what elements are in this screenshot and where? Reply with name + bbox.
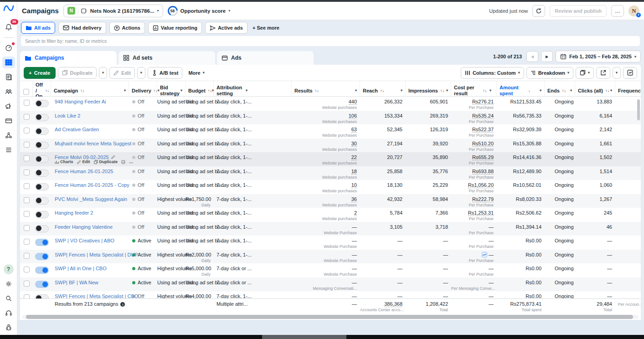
campaign-toggle[interactable] bbox=[35, 211, 49, 218]
campaign-toggle[interactable] bbox=[35, 294, 49, 298]
column-caret-icon[interactable]: ▾ bbox=[180, 88, 182, 92]
campaign-name-link[interactable]: Mujhaid molvi fence Meta Suggest bbox=[55, 141, 131, 146]
column-caret-icon[interactable]: ▾ bbox=[246, 88, 247, 92]
campaign-toggle[interactable] bbox=[35, 281, 49, 288]
refresh-button[interactable] bbox=[532, 5, 545, 17]
sort-icon[interactable]: ↑↓ bbox=[80, 88, 84, 93]
campaign-toggle[interactable] bbox=[35, 253, 49, 260]
advertising-megaphone-icon[interactable] bbox=[2, 100, 15, 112]
account-overview-gauge-icon[interactable] bbox=[2, 42, 15, 54]
row-checkbox[interactable] bbox=[24, 142, 30, 148]
more-button[interactable]: More ▾ bbox=[185, 67, 208, 79]
next-page-button[interactable]: ▶ bbox=[541, 51, 553, 62]
row-action-pixel[interactable] bbox=[121, 160, 125, 164]
campaign-toggle[interactable] bbox=[35, 267, 49, 274]
campaign-toggle[interactable] bbox=[35, 197, 49, 205]
row-checkbox[interactable] bbox=[24, 155, 30, 161]
row-checkbox[interactable] bbox=[24, 267, 30, 272]
row-checkbox[interactable] bbox=[24, 211, 30, 217]
reports-button[interactable]: ▾ bbox=[576, 67, 594, 79]
sort-icon[interactable]: ↑↓ bbox=[380, 88, 384, 93]
help-icon[interactable]: ? bbox=[2, 263, 15, 275]
campaign-name-link[interactable]: SWP | All in One | CBO bbox=[55, 266, 107, 271]
tab-ad-sets[interactable]: Ad sets bbox=[118, 51, 215, 65]
campaign-name-link[interactable]: Fence Human 26-01-2025 bbox=[55, 169, 113, 174]
row-action-edit[interactable]: Edit bbox=[77, 159, 90, 164]
filter-active-ads[interactable]: Active ads bbox=[205, 22, 247, 34]
column-caret-icon[interactable]: ▾ bbox=[610, 88, 612, 92]
info-icon[interactable]: i bbox=[120, 302, 125, 307]
campaign-toggle[interactable] bbox=[35, 170, 49, 177]
see-more-filters[interactable]: + See more bbox=[251, 25, 281, 31]
edit-pencil-icon[interactable] bbox=[111, 155, 115, 159]
meta-logo-icon[interactable] bbox=[3, 5, 14, 14]
campaign-toggle[interactable] bbox=[35, 100, 49, 107]
sort-icon[interactable]: ↓ bbox=[528, 88, 531, 93]
ad-account-selector[interactable]: N Nets Nook 2 (161795786... ▾ bbox=[63, 5, 163, 17]
campaign-toggle[interactable] bbox=[35, 128, 49, 135]
row-checkbox[interactable] bbox=[24, 197, 30, 203]
duplicate-dropdown-button[interactable]: ▾ bbox=[99, 67, 107, 79]
row-checkbox[interactable] bbox=[24, 225, 30, 231]
campaign-name-link[interactable]: SWP| BF | WA New bbox=[55, 280, 98, 285]
create-button[interactable]: + Create bbox=[24, 67, 56, 79]
more-options-button[interactable]: … bbox=[611, 5, 624, 17]
select-all-checkbox[interactable] bbox=[23, 89, 29, 95]
charts-panel-button[interactable] bbox=[623, 67, 637, 79]
column-caret-icon[interactable]: ▾ bbox=[355, 88, 357, 92]
row-action-duplicate[interactable]: Duplicate bbox=[94, 159, 118, 164]
campaign-name-link[interactable]: Feeder Hanging Valentine bbox=[55, 224, 113, 230]
column-caret-icon[interactable]: ▾ bbox=[570, 88, 572, 92]
column-caret-icon[interactable]: ▾ bbox=[124, 88, 126, 92]
campaign-toggle[interactable] bbox=[35, 114, 49, 121]
settings-gear-icon[interactable] bbox=[2, 278, 15, 290]
row-checkbox[interactable] bbox=[24, 114, 30, 120]
row-checkbox[interactable] bbox=[24, 253, 30, 259]
sort-icon[interactable]: ↑↓ bbox=[562, 88, 566, 93]
opportunity-score[interactable]: 58 Opportunity score ▾ bbox=[168, 6, 231, 16]
campaign-name-link[interactable]: Hanging feeder 2 bbox=[55, 210, 93, 216]
support-headset-icon[interactable] bbox=[2, 307, 15, 319]
ads-reporting-icon[interactable] bbox=[2, 71, 15, 83]
filter-actions[interactable]: Actions bbox=[109, 22, 145, 34]
breakdown-button[interactable]: Breakdown ▾ bbox=[526, 67, 573, 79]
export-dropdown-button[interactable]: ▾ bbox=[613, 67, 621, 79]
row-checkbox[interactable] bbox=[24, 183, 30, 189]
filter-had-delivery[interactable]: Had delivery bbox=[58, 22, 106, 34]
sort-icon[interactable]: ↑↓ bbox=[440, 88, 444, 93]
campaign-name-link[interactable]: Ad Creative Garden bbox=[55, 127, 99, 132]
billing-card-icon[interactable] bbox=[2, 115, 15, 127]
ab-test-button[interactable]: A/B test bbox=[148, 67, 183, 79]
edit-dropdown-button[interactable]: ▾ bbox=[137, 67, 145, 79]
campaign-name-link[interactable]: SWP | VO Creatives | ABO bbox=[55, 238, 114, 243]
duplicate-button[interactable]: Duplicate bbox=[58, 67, 97, 79]
campaign-toggle[interactable] bbox=[35, 239, 49, 246]
row-checkbox[interactable] bbox=[24, 128, 30, 134]
row-checkbox[interactable] bbox=[24, 170, 30, 175]
audiences-icon[interactable] bbox=[2, 86, 15, 98]
filter-all-ads[interactable]: All ads bbox=[21, 22, 55, 34]
previous-page-button[interactable]: ◀ bbox=[526, 51, 538, 62]
report-bug-icon[interactable] bbox=[2, 322, 15, 334]
row-action-charts[interactable]: Charts bbox=[55, 159, 73, 164]
column-caret-icon[interactable]: ▾ bbox=[540, 88, 541, 92]
campaign-toggle[interactable] bbox=[35, 142, 49, 149]
campaign-name-link[interactable]: SWP| Fences | Meta Specialist | DUP bbox=[55, 252, 138, 257]
tab-ads[interactable]: Ads bbox=[217, 51, 314, 65]
row-checkbox[interactable] bbox=[24, 294, 30, 298]
all-tools-menu-icon[interactable] bbox=[2, 144, 15, 156]
date-range-picker[interactable]: Feb 1, 2025 – Feb 28, 2025 ▾ bbox=[556, 51, 641, 62]
filter-value-reporting[interactable]: Value reporting bbox=[148, 22, 202, 34]
row-checkbox[interactable] bbox=[24, 100, 30, 106]
export-button[interactable] bbox=[596, 67, 610, 79]
row-checkbox[interactable] bbox=[24, 239, 30, 245]
sidebar-item-campaigns[interactable] bbox=[2, 56, 15, 68]
edit-button[interactable]: Edit bbox=[109, 67, 135, 79]
search-icon[interactable] bbox=[2, 293, 15, 304]
sort-icon[interactable]: ↑↓ bbox=[605, 88, 609, 93]
campaign-name-link[interactable]: 948 Hanging Feeder Ai bbox=[55, 99, 106, 104]
row-action-more[interactable]: … bbox=[129, 159, 133, 164]
horizontal-scrollbar-thumb[interactable] bbox=[26, 315, 633, 319]
campaign-name-link[interactable]: Look Like 2 bbox=[55, 113, 80, 118]
campaign-toggle[interactable] bbox=[35, 155, 49, 163]
